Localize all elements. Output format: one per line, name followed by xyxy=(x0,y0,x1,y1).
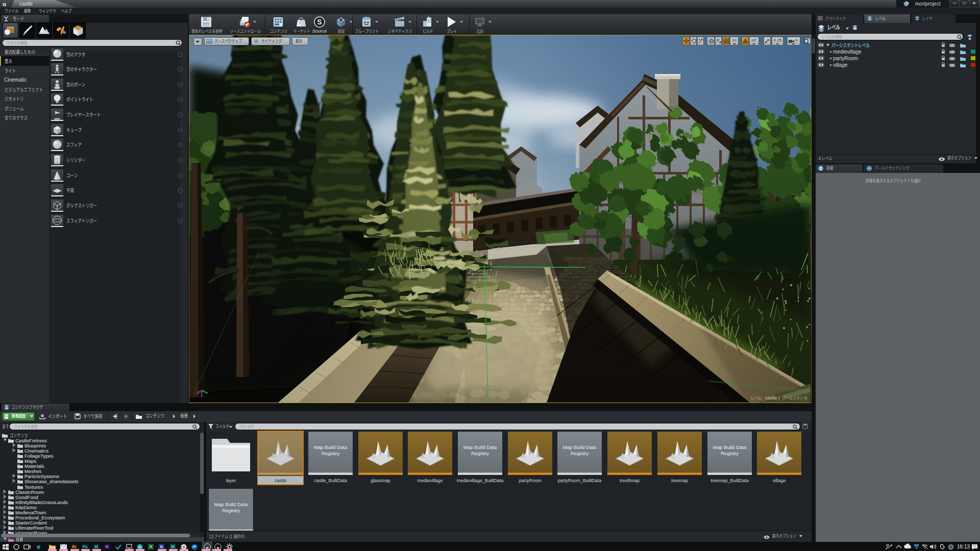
svg-text:Registry: Registry xyxy=(222,508,240,513)
svg-text:S: S xyxy=(317,18,322,26)
svg-text:Map Build Data: Map Build Data xyxy=(563,444,597,450)
svg-text:Map Build Data: Map Build Data xyxy=(713,444,747,450)
svg-text:Registry: Registry xyxy=(571,450,589,456)
svg-text:Registry: Registry xyxy=(471,450,489,456)
svg-text:-Y: -Y xyxy=(195,390,200,394)
svg-text:Map Build Data: Map Build Data xyxy=(463,444,497,450)
svg-text:Map Build Data: Map Build Data xyxy=(214,502,248,507)
svg-text:Registry: Registry xyxy=(322,450,339,456)
svg-text:Registry: Registry xyxy=(721,450,739,456)
svg-text:u: u xyxy=(3,0,6,8)
svg-text:Map Build Data: Map Build Data xyxy=(314,444,348,450)
